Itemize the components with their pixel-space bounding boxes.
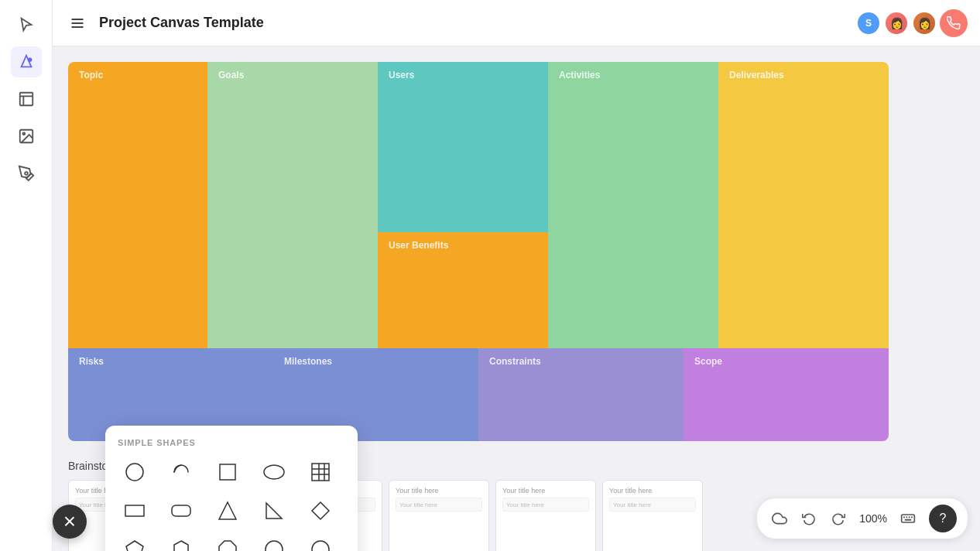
draw-tool[interactable] [11, 158, 42, 189]
bcard-4-title: Your title here [396, 487, 482, 495]
constraints-label: Constraints [489, 356, 673, 367]
svg-rect-39 [902, 515, 915, 522]
bcard-6-title: Your title here [609, 487, 696, 495]
risks-label: Risks [79, 356, 262, 367]
svg-rect-2 [19, 93, 33, 106]
svg-marker-23 [312, 502, 329, 519]
users-label: Users [389, 70, 537, 80]
svg-marker-24 [126, 541, 143, 551]
scope-label: Scope [694, 356, 878, 367]
bcard-4-sub: Your title here [396, 498, 482, 512]
deliverables-cell: Deliverables [718, 62, 889, 232]
scope-cell: Scope [684, 348, 889, 441]
bcard-6-sub: Your title here [609, 498, 696, 512]
avatars: S 👩 👩 [856, 9, 968, 37]
avatar-2: 👩 [884, 11, 909, 36]
svg-point-11 [126, 464, 143, 481]
shape-grid[interactable] [303, 455, 338, 489]
shape-circle-2[interactable] [257, 532, 291, 551]
svg-marker-25 [174, 541, 188, 551]
shape-arc[interactable] [164, 455, 198, 489]
shape-hexagon[interactable] [164, 532, 198, 551]
goals-label: Goals [218, 70, 367, 80]
zoom-level: 100% [856, 512, 890, 525]
shape-circle-3[interactable] [303, 532, 338, 551]
topic-label: Topic [79, 70, 197, 80]
svg-point-28 [312, 541, 329, 551]
cloud-icon[interactable] [768, 507, 791, 530]
top-row: Topic Goals Users [68, 62, 889, 348]
users-cell-top: Users [378, 62, 548, 232]
frame-tool[interactable] [11, 84, 42, 115]
bcard-5-title: Your title here [502, 487, 589, 495]
shape-right-triangle[interactable] [257, 494, 291, 528]
shape-ellipse[interactable] [257, 455, 291, 489]
shape-rounded-rect[interactable] [164, 494, 198, 528]
header: Project Canvas Template S 👩 👩 [53, 0, 980, 46]
avatar-s: S [856, 11, 881, 36]
shape-octagon[interactable] [211, 532, 245, 551]
shapes-grid [118, 455, 345, 551]
goals-cell-bottom [207, 232, 378, 348]
svg-point-7 [25, 172, 28, 175]
cursor-tool[interactable] [11, 9, 42, 40]
shape-square[interactable] [211, 455, 245, 489]
svg-rect-14 [312, 464, 329, 481]
user-benefits-cell: User Benefits [378, 232, 548, 348]
svg-point-27 [266, 541, 283, 551]
bcard-5: Your title here Your title here [495, 480, 596, 551]
canvas-scroll[interactable]: Topic Goals Users [53, 46, 980, 551]
user-benefits-label: User Benefits [389, 240, 537, 251]
shape-rect[interactable] [118, 494, 152, 528]
shape-diamond[interactable] [303, 494, 338, 528]
shapes-tool[interactable] [11, 46, 42, 77]
bcard-6: Your title here Your title here [602, 480, 703, 551]
help-button[interactable]: ? [929, 505, 957, 532]
main-area: Project Canvas Template S 👩 👩 [53, 0, 980, 551]
fab-button[interactable]: × [53, 505, 87, 539]
shape-circle[interactable] [118, 455, 152, 489]
svg-point-6 [22, 132, 25, 135]
undo-button[interactable] [797, 507, 821, 530]
image-tool[interactable] [11, 121, 42, 152]
svg-marker-22 [266, 503, 282, 518]
activities-cell: Activities [548, 62, 718, 232]
redo-button[interactable] [827, 507, 850, 530]
shapes-section-title: SIMPLE SHAPES [118, 438, 345, 447]
deliverables-cell-bottom [718, 232, 889, 348]
svg-marker-26 [219, 541, 236, 551]
top-right-top: Goals Users Activities [207, 62, 889, 232]
svg-rect-12 [220, 464, 235, 480]
svg-point-1 [27, 58, 32, 63]
bottom-bar: 100% ? [757, 498, 968, 539]
deliverables-label: Deliverables [729, 70, 878, 80]
shape-pentagon[interactable] [118, 532, 152, 551]
avatar-3: 👩 [912, 11, 937, 36]
milestones-label: Milestones [284, 356, 468, 367]
top-right: Goals Users Activities [207, 62, 889, 348]
top-right-bottom: User Benefits [207, 232, 889, 348]
svg-marker-21 [219, 502, 236, 519]
shape-triangle[interactable] [211, 494, 245, 528]
project-title: Project Canvas Template [99, 15, 847, 31]
svg-rect-20 [172, 505, 190, 516]
activities-label: Activities [559, 70, 708, 80]
left-toolbar [0, 0, 53, 551]
goals-cell: Goals [207, 62, 378, 232]
menu-button[interactable] [65, 11, 90, 36]
constraints-cell: Constraints [478, 348, 684, 441]
bcard-5-sub: Your title here [502, 498, 589, 512]
activities-cell-bottom [548, 232, 718, 348]
svg-rect-19 [125, 505, 144, 516]
call-button[interactable] [940, 9, 968, 37]
svg-point-13 [264, 465, 284, 479]
keyboard-icon[interactable] [896, 507, 920, 530]
bcard-4: Your title here Your title here [389, 480, 489, 551]
topic-cell: Topic [68, 62, 207, 348]
shapes-panel: SIMPLE SHAPES [105, 426, 358, 551]
project-canvas-grid: Topic Goals Users [68, 62, 889, 441]
